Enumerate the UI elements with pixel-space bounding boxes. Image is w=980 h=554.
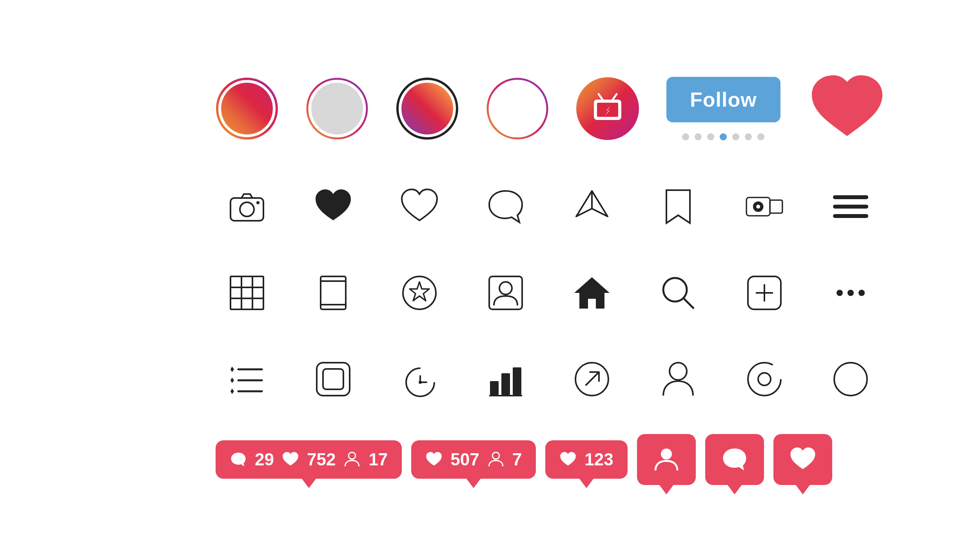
svg-point-61	[834, 363, 867, 396]
svg-line-36	[684, 298, 694, 309]
svg-point-64	[661, 449, 672, 460]
send-icon-wrap	[561, 175, 623, 238]
notification-badge-3[interactable]: 123	[545, 440, 627, 479]
svg-point-60	[758, 373, 771, 385]
home-icon	[572, 273, 612, 312]
empty-circle-icon	[831, 360, 870, 399]
dot-2[interactable]	[695, 133, 702, 140]
notification-badge-1[interactable]: 29 752 17	[216, 440, 402, 479]
svg-point-20	[756, 205, 760, 209]
notification-badge-person[interactable]	[637, 434, 696, 485]
notif2-heart-icon	[425, 451, 443, 468]
svg-rect-46	[317, 363, 350, 396]
follow-section: Follow	[666, 77, 780, 140]
bar-chart-icon	[486, 360, 525, 399]
notif3-heart-icon	[559, 451, 577, 468]
icon-row-2	[216, 175, 764, 238]
svg-marker-40	[230, 367, 234, 372]
notif-single-person-icon	[653, 446, 680, 473]
home-icon-wrap	[561, 262, 623, 324]
dot-4[interactable]	[720, 133, 727, 140]
svg-line-10	[599, 94, 603, 100]
dot-5[interactable]	[732, 133, 739, 140]
screen-record-icon-wrap	[302, 348, 365, 411]
settings-icon	[745, 360, 784, 399]
star-circle-icon-wrap	[388, 262, 451, 324]
story-row: Follow	[216, 69, 764, 148]
star-circle-icon	[400, 273, 439, 312]
tablet-icon	[314, 273, 353, 312]
svg-rect-21	[770, 200, 782, 213]
notif-comment-count: 29	[255, 450, 274, 469]
camera-icon	[227, 187, 267, 226]
bookmark-icon-wrap	[647, 175, 710, 238]
story-circle-4[interactable]	[486, 77, 549, 140]
notif-single-comment-icon	[721, 446, 748, 473]
dot-3[interactable]	[707, 133, 714, 140]
comment-icon-wrap	[474, 175, 537, 238]
svg-point-15	[256, 201, 260, 204]
igtv-circle[interactable]	[576, 77, 639, 140]
timer-icon	[400, 360, 439, 399]
dot-6[interactable]	[745, 133, 752, 140]
external-link-icon-wrap	[561, 348, 623, 411]
profile-circle-icon-wrap	[474, 262, 537, 324]
grid-icon	[227, 273, 267, 312]
follow-button[interactable]: Follow	[666, 77, 780, 122]
notification-row: 29 752 17 507 7	[216, 434, 764, 485]
notif-comment-icon	[230, 451, 247, 468]
outline-heart-icon-wrap	[388, 175, 451, 238]
svg-rect-54	[513, 367, 521, 395]
svg-line-57	[586, 373, 598, 385]
svg-point-58	[670, 363, 687, 380]
notif2-person-count: 7	[512, 450, 522, 469]
notif-person-icon	[343, 451, 361, 468]
story-circle-1[interactable]	[216, 77, 278, 140]
icon-row-4	[216, 348, 764, 411]
svg-rect-22	[230, 276, 263, 309]
hamburger-menu-icon-wrap	[819, 175, 882, 238]
grid-icon-wrap	[216, 262, 278, 324]
svg-point-14	[240, 202, 254, 216]
screen-record-icon	[314, 360, 353, 399]
settings-icon-wrap	[733, 348, 796, 411]
svg-point-51	[419, 381, 422, 384]
send-icon	[572, 187, 612, 226]
story-circle-3[interactable]	[396, 77, 459, 140]
dot-1[interactable]	[682, 133, 689, 140]
notification-badge-heart[interactable]	[773, 434, 832, 485]
timer-icon-wrap	[388, 348, 451, 411]
notification-badge-comment[interactable]	[705, 434, 764, 485]
notif-person-count: 17	[368, 450, 388, 469]
svg-point-33	[499, 282, 512, 294]
notif-heart-count: 752	[307, 450, 336, 469]
svg-point-63	[492, 452, 499, 459]
profile-circle-icon	[486, 273, 525, 312]
svg-rect-53	[501, 373, 510, 395]
svg-point-35	[663, 278, 687, 302]
more-dots-icon-wrap	[819, 262, 882, 324]
svg-point-62	[349, 452, 356, 459]
bookmark-icon	[659, 187, 698, 226]
pagination-dots	[682, 133, 764, 140]
main-container: Follow	[216, 46, 764, 509]
star-list-icon-wrap	[216, 348, 278, 411]
add-icon-wrap	[733, 262, 796, 324]
filled-heart-icon-wrap	[302, 175, 365, 238]
svg-marker-34	[574, 277, 610, 309]
notif2-heart-count: 507	[450, 450, 479, 469]
video-camera-icon	[745, 187, 784, 226]
svg-marker-42	[230, 378, 234, 383]
empty-circle-icon-wrap	[819, 348, 882, 411]
external-link-icon	[572, 360, 612, 399]
dot-7[interactable]	[757, 133, 764, 140]
notif3-heart-count: 123	[584, 450, 613, 469]
heart-large-icon	[808, 73, 886, 144]
svg-point-7	[492, 83, 543, 134]
svg-point-59	[748, 363, 781, 396]
story-circle-2[interactable]	[306, 77, 368, 140]
svg-point-1	[221, 83, 273, 134]
svg-point-3	[311, 83, 363, 134]
svg-line-11	[613, 94, 617, 100]
notification-badge-2[interactable]: 507 7	[411, 440, 536, 479]
